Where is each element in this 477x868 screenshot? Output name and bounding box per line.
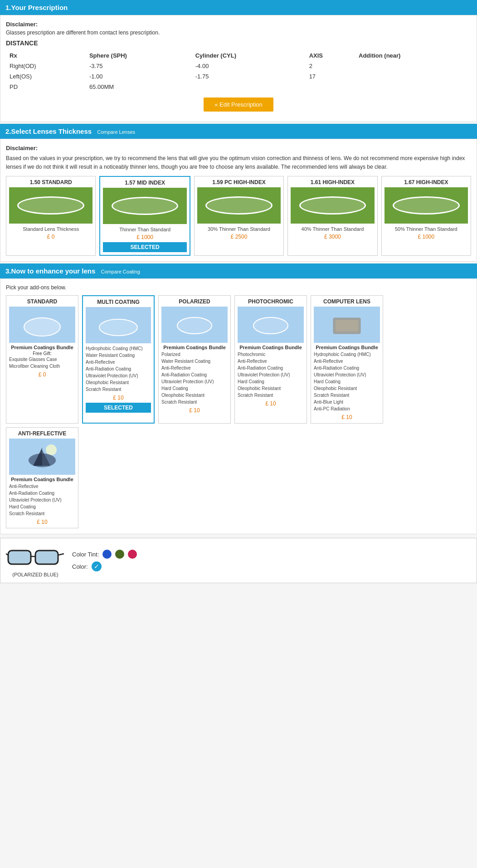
- lens-card-1.50[interactable]: 1.50 STANDARD Standard Lens Thickness £ …: [6, 176, 96, 256]
- coating-img-standard: [9, 307, 75, 343]
- color-selected-dot[interactable]: ✓: [92, 561, 102, 571]
- lens-card-desc-1.59: 30% Thinner Than Standard: [197, 226, 281, 232]
- coating-img-photochromic: [238, 307, 304, 343]
- edit-btn-container: « Edit Prescription: [6, 98, 471, 112]
- coating-card-antireflective[interactable]: ANTI-REFLECTIVE Premium Coatings Bundle …: [6, 427, 78, 528]
- lens-img-1.61: [291, 187, 374, 224]
- addition-right: [355, 61, 471, 71]
- axis-left: 17: [306, 71, 355, 82]
- coating-cards-row-1: STANDARD Premium Coatings Bundle Free Gi…: [6, 295, 471, 424]
- lens-cards-row: 1.50 STANDARD Standard Lens Thickness £ …: [6, 176, 471, 256]
- lens-img-1.50: [9, 187, 92, 224]
- enhance-lens-title: 3.Now to enhance your lens: [5, 267, 95, 275]
- pd-axis: [306, 82, 355, 92]
- coating-price-standard: £ 0: [9, 371, 75, 378]
- svg-point-6: [46, 444, 57, 455]
- svg-rect-5: [336, 320, 358, 332]
- coating-price-polarized: £ 10: [161, 407, 228, 414]
- lens-card-price-1.50: £ 0: [9, 234, 92, 240]
- lens-img-1.59: [197, 187, 281, 224]
- coating-bundle-photochromic: Premium Coatings Bundle: [238, 345, 304, 350]
- coating-title-multi: MULTI COATING: [86, 299, 151, 305]
- color-tint-row: Color Tint:: [72, 550, 137, 559]
- lens-card-price-1.67: £ 1000: [385, 234, 468, 240]
- lens-oval: [205, 196, 273, 215]
- coating-features-antireflective: Anti-Reflective Anti-Radiation Coating U…: [9, 483, 75, 517]
- coating-card-multi[interactable]: MULTI COATING Hydrophobic Coating (HMC) …: [82, 295, 155, 424]
- rx-table: Rx Sphere (SPH) Cylinder (CYL) AXIS Addi…: [6, 50, 471, 92]
- prescription-content: Disclaimer: Glasses prescription are dif…: [0, 15, 477, 122]
- lens-oval: [393, 196, 460, 215]
- svg-line-14: [58, 554, 64, 555]
- table-row: Right(OD) -3.75 -4.00 2: [6, 61, 471, 71]
- edit-prescription-button[interactable]: « Edit Prescription: [204, 98, 273, 112]
- lens-disclaimer-label: Disclaimer:: [6, 145, 471, 151]
- lens-info-text: Based on the values in your prescription…: [6, 154, 471, 171]
- coating-cards-row-2: ANTI-REFLECTIVE Premium Coatings Bundle …: [6, 427, 471, 528]
- lens-thickness-section: 2.Select Lenses Thickness Compare Lenses…: [0, 124, 477, 262]
- coating-features-photochromic: Photochromic Anti-Reflective Anti-Radiat…: [238, 351, 304, 399]
- sph-right: -3.75: [86, 61, 192, 71]
- compare-lenses-link[interactable]: Compare Lenses: [97, 129, 135, 135]
- compare-coating-link[interactable]: Compare Coating: [101, 269, 140, 274]
- glasses-container: (POLARIZED BLUE): [6, 544, 65, 577]
- svg-point-2: [177, 317, 212, 334]
- lens-card-desc-1.50: Standard Lens Thickness: [9, 226, 92, 232]
- lens-selected-bar-1.57: SELECTED: [103, 242, 186, 252]
- coating-bundle-standard: Premium Coatings Bundle: [9, 345, 75, 350]
- color-tint-controls: Color Tint: Color: ✓: [72, 550, 137, 571]
- cyl-right: -4.00: [192, 61, 306, 71]
- enhance-lens-content: Pick your add-ons below. STANDARD Premiu…: [0, 278, 477, 534]
- lens-thickness-title: 2.Select Lenses Thickness: [5, 127, 92, 135]
- distance-label: DISTANCE: [6, 39, 471, 47]
- lens-oval: [17, 196, 84, 215]
- lens-card-desc-1.57: Thinner Than Standard: [103, 227, 186, 232]
- svg-point-3: [253, 317, 288, 334]
- addition-left: [355, 71, 471, 82]
- svg-rect-11: [35, 551, 58, 564]
- lens-thickness-header: 2.Select Lenses Thickness Compare Lenses: [0, 124, 477, 139]
- coating-img-polarized: [161, 307, 228, 343]
- coating-title-photochromic: PHOTOCHROMIC: [238, 298, 304, 305]
- color-dot-blue[interactable]: [102, 550, 112, 559]
- coating-title-standard: STANDARD: [9, 298, 75, 305]
- pd-addition: [355, 82, 471, 92]
- coating-card-polarized[interactable]: POLARIZED Premium Coatings Bundle Polari…: [158, 295, 231, 424]
- coating-freegift-standard: Free Gift:: [9, 351, 75, 356]
- coating-features-computer: Hydrophobic Coating (HMC) Anti-Reflectiv…: [314, 351, 380, 412]
- coating-price-antireflective: £ 10: [9, 519, 75, 525]
- lens-card-price-1.59: £ 2500: [197, 234, 281, 240]
- coating-bundle-computer: Premium Coatings Bundle: [314, 345, 380, 350]
- lens-card-title-1.57: 1.57 MID INDEX: [103, 180, 186, 186]
- lens-card-1.59[interactable]: 1.59 PC HIGH-INDEX 30% Thinner Than Stan…: [194, 176, 284, 256]
- lens-card-desc-1.61: 40% Thinner Than Standard: [291, 226, 374, 232]
- coating-card-photochromic[interactable]: PHOTOCHROMIC Premium Coatings Bundle Pho…: [234, 295, 307, 424]
- disclaimer-text: Glasses prescription are different from …: [6, 29, 471, 36]
- color-dot-green[interactable]: [115, 550, 124, 559]
- coating-img-computer: [314, 307, 380, 343]
- lens-card-title-1.59: 1.59 PC HIGH-INDEX: [197, 179, 281, 185]
- lens-card-1.61[interactable]: 1.61 HIGH-INDEX 40% Thinner Than Standar…: [287, 176, 377, 256]
- lens-card-1.57[interactable]: 1.57 MID INDEX Thinner Than Standard £ 1…: [99, 176, 190, 256]
- coating-card-standard[interactable]: STANDARD Premium Coatings Bundle Free Gi…: [6, 295, 78, 424]
- coating-img-antireflective: [9, 439, 75, 475]
- prescription-header: 1.Your Prescription: [0, 0, 477, 15]
- color-dot-red[interactable]: [128, 550, 137, 559]
- glasses-svg: [6, 544, 65, 571]
- pd-value: 65.00MM: [86, 82, 192, 92]
- color-label: Color:: [72, 563, 88, 570]
- color-tint-section: (POLARIZED BLUE) Color Tint: Color: ✓: [0, 538, 477, 583]
- lens-card-1.67[interactable]: 1.67 HIGH-INDEX 50% Thinner Than Standar…: [381, 176, 471, 256]
- lens-card-price-1.57: £ 1000: [103, 234, 186, 240]
- disclaimer-label: Disclaimer:: [6, 21, 471, 28]
- svg-point-0: [24, 318, 60, 336]
- lens-card-title-1.67: 1.67 HIGH-INDEX: [385, 179, 468, 185]
- col-rx: Rx: [6, 50, 86, 61]
- coating-card-computer[interactable]: COMPUTER LENS Premium Coatings Bundle Hy…: [311, 295, 383, 424]
- lens-thickness-content: Disclaimer: Based on the values in your …: [0, 139, 477, 262]
- coating-price-multi: £ 10: [86, 395, 151, 401]
- sph-left: -1.00: [86, 71, 192, 82]
- coating-img-multi: [86, 307, 151, 343]
- table-row: Left(OS) -1.00 -1.75 17: [6, 71, 471, 82]
- table-row: PD 65.00MM: [6, 82, 471, 92]
